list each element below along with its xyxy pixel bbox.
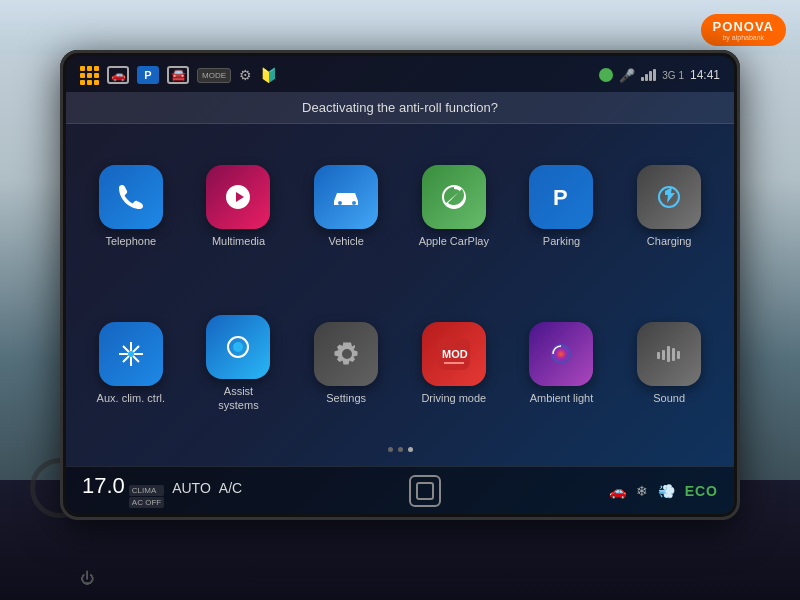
svg-text:P: P [553, 185, 568, 210]
vehicle-label: Vehicle [328, 234, 363, 248]
svg-rect-0 [336, 195, 356, 200]
charging-icon [637, 165, 701, 229]
safety-icon[interactable]: 🔰 [260, 67, 277, 83]
car-nav-icon[interactable]: 🚗 [107, 66, 129, 84]
multimedia-icon [206, 165, 270, 229]
ambient-label: Ambient light [530, 391, 594, 405]
bottom-right-icons: 🚗 ❄ 💨 ECO [609, 483, 718, 499]
status-icons-left: 🚗 P 🚘 MODE ⚙ 🔰 [80, 66, 277, 85]
network-label: 3G 1 [662, 70, 684, 81]
status-icons-right: 🎤 3G 1 14:41 [599, 68, 720, 83]
power-button[interactable]: ⏻ [80, 570, 94, 586]
aux-clim-label: Aux. clim. ctrl. [97, 391, 165, 405]
app-grid: Telephone Multimedia [82, 136, 718, 441]
assist-icon [206, 315, 270, 379]
settings-label: Settings [326, 391, 366, 405]
ponova-sub: by alphabank [722, 34, 764, 41]
svg-rect-13 [677, 351, 680, 359]
pagination [82, 441, 718, 458]
temperature-display[interactable]: 17.0 CLIMA AC OFF AUTO A/C [82, 473, 242, 508]
screen-bezel: 🚗 P 🚘 MODE ⚙ 🔰 [60, 50, 740, 520]
app-sound[interactable]: Sound [620, 286, 718, 441]
ac-label: A/C [219, 480, 242, 496]
temperature-value: 17.0 [82, 473, 125, 499]
telephone-label: Telephone [105, 234, 156, 248]
svg-point-8 [551, 344, 571, 364]
app-parking[interactable]: P Parking [513, 136, 611, 276]
car-status-icon: 🚗 [609, 483, 626, 499]
page-dot-3[interactable] [408, 447, 413, 452]
vehicle-icon [314, 165, 378, 229]
home-button-inner [416, 482, 434, 500]
parking-label: Parking [543, 234, 580, 248]
app-ambient[interactable]: Ambient light [513, 286, 611, 441]
app-settings[interactable]: Settings [297, 286, 395, 441]
mode-badge[interactable]: MODE [197, 68, 231, 83]
svg-rect-10 [662, 350, 665, 360]
settings-app-icon [314, 322, 378, 386]
fan-icon: 💨 [658, 483, 675, 499]
carplay-icon [422, 165, 486, 229]
clock: 14:41 [690, 68, 720, 82]
app-aux-clim[interactable]: Aux. clim. ctrl. [82, 286, 180, 441]
ac-off-label: AC OFF [129, 497, 164, 508]
app-vehicle[interactable]: Vehicle [297, 136, 395, 276]
page-dot-2[interactable] [398, 447, 403, 452]
sound-icon [637, 322, 701, 386]
clima-label: CLIMA [129, 485, 164, 496]
settings-icon[interactable]: ⚙ [239, 67, 252, 83]
screen: 🚗 P 🚘 MODE ⚙ 🔰 [66, 56, 734, 514]
app-charging[interactable]: Charging [620, 136, 718, 276]
ambient-icon [529, 322, 593, 386]
eco-badge: ECO [685, 483, 718, 499]
sound-label: Sound [653, 391, 685, 405]
grid-icon[interactable] [80, 66, 99, 85]
app-carplay[interactable]: Apple CarPlay [405, 136, 503, 276]
multimedia-label: Multimedia [212, 234, 265, 248]
main-content: Telephone Multimedia [66, 124, 734, 466]
app-driving[interactable]: MOD Driving mode [405, 286, 503, 441]
notification-text: Deactivating the anti-roll function? [302, 100, 498, 115]
status-bar: 🚗 P 🚘 MODE ⚙ 🔰 [66, 56, 734, 92]
page-dot-1[interactable] [388, 447, 393, 452]
svg-point-5 [233, 342, 243, 352]
svg-rect-12 [672, 348, 675, 361]
app-telephone[interactable]: Telephone [82, 136, 180, 276]
clima-badges: CLIMA AC OFF [129, 485, 164, 508]
svg-text:MOD: MOD [442, 348, 468, 360]
assist-label: Assist systems [218, 384, 258, 413]
notification-banner: Deactivating the anti-roll function? [66, 92, 734, 124]
charging-label: Charging [647, 234, 692, 248]
signal-bars [641, 69, 656, 81]
app-assist[interactable]: Assist systems [190, 286, 288, 441]
app-multimedia[interactable]: Multimedia [190, 136, 288, 276]
parking-icon[interactable]: P [137, 66, 159, 84]
media-active-icon [599, 68, 613, 82]
svg-rect-11 [657, 352, 660, 359]
parking-app-icon: P [529, 165, 593, 229]
car-window [0, 0, 800, 55]
svg-rect-9 [667, 346, 670, 362]
ac-status-icon: ❄ [636, 483, 648, 499]
mic-icon[interactable]: 🎤 [619, 68, 635, 83]
carplay-label: Apple CarPlay [419, 234, 489, 248]
ponova-badge: PONOVA by alphabank [701, 14, 786, 46]
home-button[interactable] [409, 475, 441, 507]
svg-point-3 [128, 351, 134, 357]
ponova-name: PONOVA [713, 19, 774, 34]
driving-label: Driving mode [421, 391, 486, 405]
aux-clim-icon [99, 322, 163, 386]
auto-label: AUTO [172, 480, 211, 496]
driving-icon: MOD [422, 322, 486, 386]
car-icon2[interactable]: 🚘 [167, 66, 189, 84]
bottom-bar: 17.0 CLIMA AC OFF AUTO A/C 🚗 ❄ 💨 ECO [66, 466, 734, 514]
telephone-icon [99, 165, 163, 229]
